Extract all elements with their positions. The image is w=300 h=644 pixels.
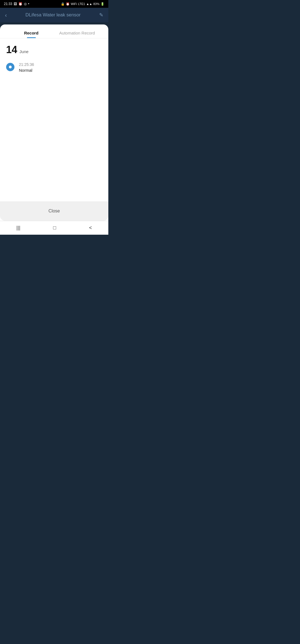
close-button[interactable]: Close xyxy=(6,205,103,217)
record-status: Normal xyxy=(19,68,34,73)
status-bar: 21:33 🖼 ⏰ ◎ • 🔒 ⏰ WiFi LTE1 ▲▲ 83% 🔋 xyxy=(0,0,108,8)
date-month: June xyxy=(19,49,29,54)
status-time: 21:33 xyxy=(4,2,12,6)
back-nav-icon[interactable]: < xyxy=(82,223,99,233)
date-day: 14 xyxy=(6,44,17,56)
back-button[interactable]: ‹ xyxy=(5,12,7,18)
menu-icon[interactable]: ||| xyxy=(10,223,27,233)
lock-icon: 🔒 xyxy=(61,2,65,6)
status-left: 21:33 🖼 ⏰ ◎ • xyxy=(4,2,29,6)
home-icon[interactable]: □ xyxy=(46,223,63,233)
status-right: 🔒 ⏰ WiFi LTE1 ▲▲ 83% 🔋 xyxy=(61,2,104,6)
record-dot-icon xyxy=(6,63,14,71)
date-heading: 14 June xyxy=(6,44,102,56)
record-item: 21:25:36 Normal xyxy=(6,62,102,73)
tabs-container: Record Automation Record xyxy=(0,24,108,38)
dot-icon: • xyxy=(28,2,29,6)
card-content: 14 June 21:25:36 Normal xyxy=(0,38,108,201)
tab-record[interactable]: Record xyxy=(8,27,54,38)
lte-label: LTE1 xyxy=(78,2,85,6)
wifi-icon: WiFi xyxy=(71,2,77,6)
main-card: Record Automation Record 14 June 21:25:3… xyxy=(0,24,108,221)
bottom-nav: ||| □ < xyxy=(0,221,108,235)
page-title: DLifesa Water leak sensor xyxy=(25,12,81,18)
nav-header: ‹ DLifesa Water leak sensor ✎ xyxy=(0,8,108,22)
gallery-icon: 🖼 xyxy=(14,2,17,6)
battery-icon: 🔋 xyxy=(101,2,104,6)
battery-level: 83% xyxy=(93,2,99,6)
edit-button[interactable]: ✎ xyxy=(99,12,103,18)
record-details: 21:25:36 Normal xyxy=(19,62,34,73)
alarm-icon: ⏰ xyxy=(66,2,70,6)
clock-icon: ⏰ xyxy=(18,2,22,6)
record-time: 21:25:36 xyxy=(19,62,34,67)
signal-icon: ▲▲ xyxy=(86,2,92,6)
tab-automation-record[interactable]: Automation Record xyxy=(54,27,100,38)
circle-icon: ◎ xyxy=(24,2,27,6)
close-button-wrapper: Close xyxy=(0,201,108,221)
